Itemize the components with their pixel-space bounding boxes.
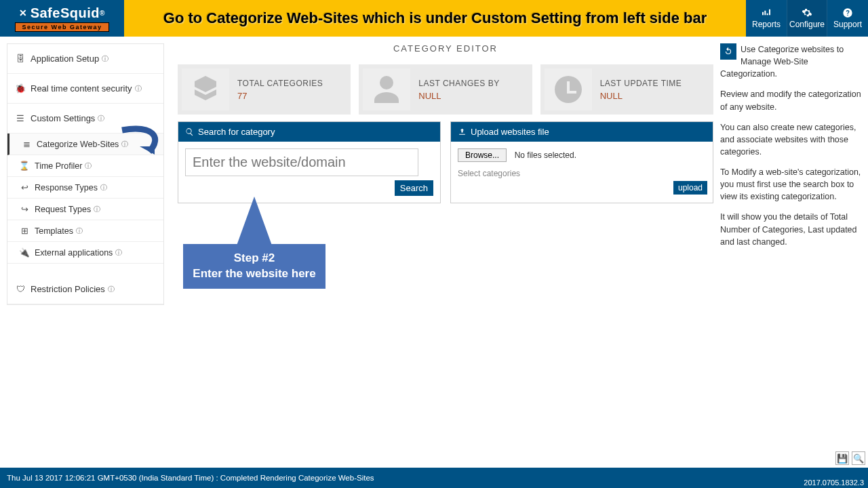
stat-last-changes: LAST CHANGES BYNULL: [359, 64, 532, 115]
forward-icon: ↪: [18, 204, 31, 214]
reports-button[interactable]: Reports: [746, 0, 787, 37]
gears-icon: [802, 7, 812, 18]
hourglass-icon: ⌛: [18, 161, 31, 171]
clock-icon: [545, 68, 592, 110]
plug-icon: 🔌: [18, 247, 31, 258]
sidebar-item-application-setup[interactable]: 🗄Application Setupⓘ: [7, 44, 163, 74]
bug-icon: 🐞: [14, 83, 26, 94]
help-icon: [842, 7, 853, 18]
search-icon-button[interactable]: 🔍: [852, 451, 865, 465]
info-icon: ⓘ: [76, 226, 83, 236]
stats-row: TOTAL CATEGORIES77 LAST CHANGES BYNULL L…: [178, 64, 713, 121]
help-column: Use Categorize websites to Manage Web-Si…: [713, 37, 868, 468]
top-actions: Reports Configure Support: [746, 0, 868, 37]
sidebar-item-external-apps[interactable]: 🔌External applicationsⓘ: [7, 242, 163, 264]
sidebar-item-response-types[interactable]: ↩Response Typesⓘ: [7, 177, 163, 199]
upload-button[interactable]: upload: [673, 181, 707, 195]
user-icon: [363, 68, 410, 110]
info-icon: ⓘ: [100, 183, 107, 192]
upload-panel: Upload websites file Browse... No files …: [450, 121, 713, 203]
status-bar: Thu Jul 13 2017 12:06:21 GMT+0530 (India…: [0, 468, 868, 488]
callout-annotation: Step #2 Enter the website here: [183, 244, 326, 289]
info-icon: ⓘ: [115, 248, 122, 258]
reply-icon: ↩: [18, 182, 31, 192]
top-bar: SafeSquid® Secure Web Gateway Go to Cate…: [0, 0, 868, 37]
page-title: CATEGORY EDITOR: [178, 37, 713, 64]
select-categories-label: Select categories: [458, 169, 706, 178]
version-label: 2017.0705.1832.3: [804, 479, 864, 487]
refresh-button[interactable]: [720, 43, 736, 60]
stat-total-categories: TOTAL CATEGORIES77: [178, 64, 351, 115]
sliders-icon: ☰: [14, 113, 26, 123]
help-text: To Modify a web-site's categorization, y…: [720, 166, 864, 203]
help-text: You can also create new categories, and …: [720, 121, 864, 158]
sidebar-item-categorize[interactable]: ≣Categorize Web-Sitesⓘ: [7, 134, 163, 155]
info-icon: ⓘ: [102, 54, 108, 64]
briefcase-icon: 🗄: [14, 54, 26, 64]
info-icon: ⓘ: [85, 161, 92, 171]
sidebar-item-request-types[interactable]: ↪Request Typesⓘ: [7, 199, 163, 220]
support-button[interactable]: Support: [827, 0, 868, 37]
no-files-label: No files selected.: [515, 150, 576, 160]
stat-last-update: LAST UPDATE TIMENULL: [540, 64, 713, 115]
save-icon-button[interactable]: 💾: [835, 451, 849, 465]
sidebar-item-realtime[interactable]: 🐞Real time content securityⓘ: [7, 74, 163, 104]
help-text: Use Categorize websites to Manage Web-Si…: [720, 43, 864, 80]
search-icon: [185, 127, 194, 136]
help-text: Review and modify the categorization of …: [720, 88, 864, 113]
info-icon: ⓘ: [94, 205, 100, 214]
info-icon: ⓘ: [98, 114, 104, 123]
refresh-icon: [724, 47, 733, 56]
footer-icons: 💾 🔍: [835, 451, 865, 465]
logo: SafeSquid® Secure Web Gateway: [0, 0, 124, 37]
instruction-banner: Go to Categorize Web-Sites which is unde…: [124, 0, 746, 37]
info-icon: ⓘ: [135, 84, 142, 94]
sidebar-item-templates[interactable]: ⊞Templatesⓘ: [7, 220, 163, 242]
logo-subtitle: Secure Web Gateway: [15, 22, 110, 32]
chart-icon: [761, 7, 772, 18]
info-icon: ⓘ: [108, 285, 115, 294]
stack-icon: ≣: [20, 139, 33, 149]
logo-text: SafeSquid: [31, 5, 100, 21]
browse-button[interactable]: Browse...: [458, 148, 507, 162]
sidebar-item-restriction[interactable]: 🛡Restriction Policiesⓘ: [7, 274, 163, 304]
search-input[interactable]: [185, 148, 418, 176]
grid-icon: ⊞: [18, 226, 31, 236]
cubes-icon: [182, 68, 229, 110]
info-icon: ⓘ: [121, 140, 128, 149]
sidebar-item-time-profiler[interactable]: ⌛Time Profilerⓘ: [7, 155, 163, 177]
status-text: Thu Jul 13 2017 12:06:21 GMT+0530 (India…: [7, 474, 374, 482]
sidebar-item-custom-settings[interactable]: ☰Custom Settingsⓘ: [7, 104, 163, 134]
shield-icon: 🛡: [14, 284, 26, 294]
help-text: It will show you the details of Total Nu…: [720, 211, 864, 247]
logo-reg: ®: [100, 9, 105, 17]
configure-button[interactable]: Configure: [787, 0, 827, 37]
search-panel: Search for category Search: [178, 121, 441, 203]
upload-icon: [458, 127, 467, 136]
sidebar: 🗄Application Setupⓘ 🐞Real time content s…: [0, 37, 171, 468]
search-button[interactable]: Search: [395, 180, 433, 196]
